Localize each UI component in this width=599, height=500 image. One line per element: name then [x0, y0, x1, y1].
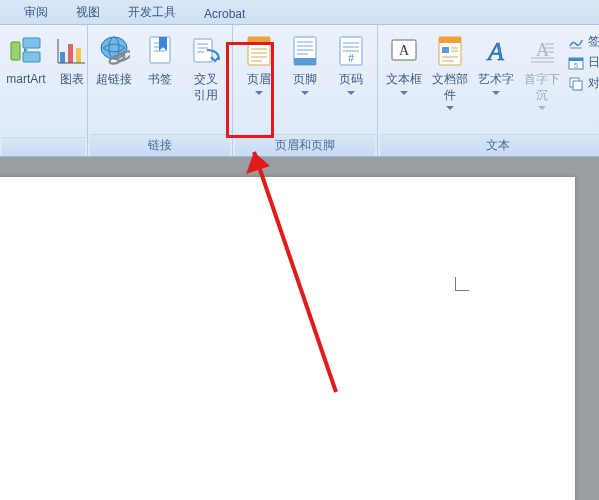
document-area — [0, 157, 599, 500]
signature-label: 签名 — [588, 33, 599, 50]
svg-rect-58 — [573, 81, 582, 90]
smartart-icon — [9, 34, 43, 68]
dropdown-arrow-icon — [538, 106, 546, 110]
signature-icon — [568, 34, 584, 50]
wordart-button[interactable]: A 艺术字 — [474, 31, 518, 98]
svg-rect-21 — [248, 37, 270, 44]
dropdown-arrow-icon — [400, 91, 408, 95]
group-text: A 文本框 文档部件 — [378, 25, 599, 156]
hyperlink-label: 超链接 — [96, 72, 132, 88]
pagenum-icon: # — [334, 34, 368, 68]
object-icon — [568, 76, 584, 92]
svg-rect-3 — [60, 52, 65, 63]
dropdown-arrow-icon — [446, 106, 454, 110]
hyperlink-button[interactable]: 超链接 — [92, 31, 136, 91]
svg-rect-40 — [439, 37, 461, 43]
dropdown-arrow-icon — [255, 91, 263, 95]
svg-rect-1 — [23, 38, 40, 48]
header-icon — [242, 34, 276, 68]
tab-review[interactable]: 审阅 — [10, 0, 62, 24]
wordart-label: 艺术字 — [478, 72, 514, 88]
svg-text:#: # — [348, 53, 354, 64]
svg-text:5: 5 — [574, 62, 578, 69]
header-label: 页眉 — [247, 72, 271, 88]
dropcap-button[interactable]: A 首字下沉 — [520, 31, 564, 113]
dropdown-arrow-icon — [492, 91, 500, 95]
dropcap-label: 首字下沉 — [522, 72, 562, 103]
svg-rect-2 — [23, 52, 40, 62]
footer-icon — [288, 34, 322, 68]
signature-line-button[interactable]: 签名 — [568, 33, 599, 50]
svg-rect-31 — [294, 58, 316, 65]
crossref-button[interactable]: 交叉 引用 — [184, 31, 228, 106]
ribbon: martArt 图表 — [0, 25, 599, 157]
crossref-icon — [189, 34, 223, 68]
tab-acrobat[interactable]: Acrobat — [190, 3, 259, 24]
object-label: 对象 — [588, 75, 599, 92]
bookmark-label: 书签 — [148, 72, 172, 88]
group-links: 超链接 书签 — [88, 25, 233, 156]
header-button[interactable]: 页眉 — [237, 31, 281, 98]
page-margin-corner-marker — [455, 269, 477, 291]
textbox-icon: A — [387, 34, 421, 68]
tab-view[interactable]: 视图 — [62, 0, 114, 24]
group-illustrations-partial: martArt 图表 — [0, 25, 88, 156]
wordart-icon: A — [479, 34, 513, 68]
group-header-footer-label: 页眉和页脚 — [235, 134, 375, 156]
svg-rect-41 — [442, 47, 449, 53]
quickparts-button[interactable]: 文档部件 — [428, 31, 472, 113]
group-links-label: 链接 — [90, 134, 230, 156]
svg-rect-4 — [68, 44, 73, 63]
svg-text:A: A — [486, 37, 504, 66]
pagenum-label: 页码 — [339, 72, 363, 88]
svg-rect-5 — [76, 48, 81, 63]
tab-developer[interactable]: 开发工具 — [114, 0, 190, 24]
group-text-label: 文本 — [380, 134, 599, 156]
bookmark-button[interactable]: 书签 — [138, 31, 182, 91]
footer-button[interactable]: 页脚 — [283, 31, 327, 98]
svg-rect-0 — [11, 42, 20, 60]
dropcap-icon: A — [525, 34, 559, 68]
dropdown-arrow-icon — [347, 91, 355, 95]
smartart-button[interactable]: martArt — [4, 31, 48, 91]
pagenum-button[interactable]: # 页码 — [329, 31, 373, 98]
textbox-label: 文本框 — [386, 72, 422, 88]
datetime-label: 日期 — [588, 54, 599, 71]
svg-rect-55 — [569, 58, 583, 61]
dropdown-arrow-icon — [301, 91, 309, 95]
document-page[interactable] — [0, 177, 575, 500]
hyperlink-icon — [97, 34, 131, 68]
footer-label: 页脚 — [293, 72, 317, 88]
ribbon-tabs: 审阅 视图 开发工具 Acrobat — [0, 0, 599, 25]
crossref-label: 交叉 引用 — [194, 72, 218, 103]
svg-text:A: A — [536, 40, 549, 60]
svg-text:A: A — [399, 43, 410, 58]
datetime-button[interactable]: 5 日期 — [568, 54, 599, 71]
object-button[interactable]: 对象 — [568, 75, 599, 92]
quickparts-icon — [433, 34, 467, 68]
chart-label: 图表 — [60, 72, 84, 88]
smartart-label: martArt — [6, 72, 45, 88]
quickparts-label: 文档部件 — [430, 72, 470, 103]
text-mini-column: 签名 5 日期 对象 — [566, 31, 599, 94]
textbox-button[interactable]: A 文本框 — [382, 31, 426, 98]
chart-icon — [55, 34, 89, 68]
datetime-icon: 5 — [568, 55, 584, 71]
group-header-footer: 页眉 页脚 — [233, 25, 378, 156]
bookmark-icon — [143, 34, 177, 68]
